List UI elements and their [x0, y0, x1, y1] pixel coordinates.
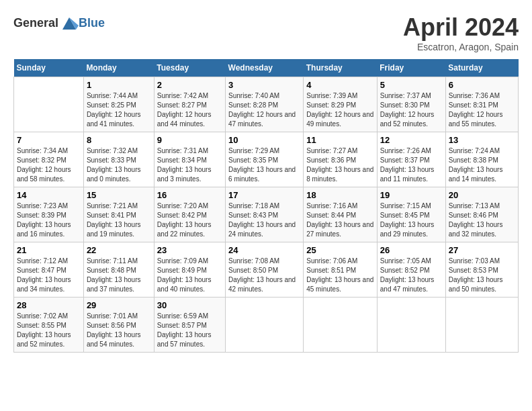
- daylight-text: Daylight: 13 hours and 19 minutes.: [87, 220, 151, 239]
- header-cell-thursday: Thursday: [304, 59, 378, 77]
- daylight-text: Daylight: 12 hours and 58 minutes.: [17, 165, 81, 184]
- calendar-cell: 17 Sunrise: 7:18 AM Sunset: 8:43 PM Dayl…: [226, 187, 304, 242]
- sunset-text: Sunset: 8:33 PM: [87, 156, 151, 165]
- sunrise-text: Sunrise: 7:34 AM: [17, 146, 81, 156]
- sunset-text: Sunset: 8:25 PM: [87, 101, 151, 110]
- header-cell-saturday: Saturday: [445, 59, 518, 77]
- sunset-text: Sunset: 8:36 PM: [306, 156, 374, 165]
- page-header: General Blue April 2024 Escatron, Aragon…: [13, 13, 519, 52]
- calendar-cell: 6 Sunrise: 7:36 AM Sunset: 8:31 PM Dayli…: [445, 77, 518, 132]
- header-cell-tuesday: Tuesday: [154, 59, 225, 77]
- day-number: 23: [157, 245, 222, 255]
- sunrise-text: Sunrise: 7:42 AM: [157, 91, 222, 101]
- sunrise-text: Sunrise: 7:05 AM: [380, 257, 443, 266]
- cell-info: Sunrise: 7:29 AM Sunset: 8:35 PM Dayligh…: [228, 146, 300, 184]
- day-number: 1: [87, 80, 151, 90]
- page-title: April 2024: [403, 13, 519, 42]
- daylight-text: Daylight: 13 hours and 50 minutes.: [449, 275, 515, 294]
- sunset-text: Sunset: 8:41 PM: [87, 211, 151, 220]
- cell-info: Sunrise: 7:21 AM Sunset: 8:41 PM Dayligh…: [87, 201, 151, 239]
- cell-info: Sunrise: 6:59 AM Sunset: 8:57 PM Dayligh…: [157, 312, 222, 349]
- sunset-text: Sunset: 8:55 PM: [17, 321, 81, 330]
- calendar-cell: 15 Sunrise: 7:21 AM Sunset: 8:41 PM Dayl…: [83, 187, 154, 242]
- calendar-cell: 25 Sunrise: 7:06 AM Sunset: 8:51 PM Dayl…: [304, 242, 378, 298]
- day-number: 10: [228, 135, 300, 145]
- sunrise-text: Sunrise: 6:59 AM: [157, 312, 222, 321]
- calendar-cell: [14, 77, 84, 132]
- daylight-text: Daylight: 12 hours and 52 minutes.: [380, 110, 443, 129]
- daylight-text: Daylight: 13 hours and 11 minutes.: [380, 165, 443, 184]
- week-row-4: 21 Sunrise: 7:12 AM Sunset: 8:47 PM Dayl…: [14, 242, 519, 298]
- sunset-text: Sunset: 8:37 PM: [380, 156, 443, 165]
- day-number: 4: [306, 80, 374, 90]
- sunset-text: Sunset: 8:31 PM: [449, 101, 515, 110]
- sunset-text: Sunset: 8:39 PM: [17, 211, 81, 220]
- daylight-text: Daylight: 13 hours and 29 minutes.: [380, 220, 443, 239]
- logo-blue: Blue: [79, 16, 105, 30]
- daylight-text: Daylight: 13 hours and 3 minutes.: [157, 165, 222, 184]
- sunset-text: Sunset: 8:50 PM: [228, 266, 300, 275]
- cell-info: Sunrise: 7:02 AM Sunset: 8:55 PM Dayligh…: [17, 312, 81, 349]
- cell-info: Sunrise: 7:26 AM Sunset: 8:37 PM Dayligh…: [380, 146, 443, 184]
- calendar-cell: 28 Sunrise: 7:02 AM Sunset: 8:55 PM Dayl…: [14, 298, 84, 353]
- cell-info: Sunrise: 7:11 AM Sunset: 8:48 PM Dayligh…: [87, 257, 151, 294]
- sunrise-text: Sunrise: 7:24 AM: [449, 146, 515, 156]
- calendar-cell: 3 Sunrise: 7:40 AM Sunset: 8:28 PM Dayli…: [226, 77, 304, 132]
- day-number: 13: [449, 135, 515, 145]
- cell-info: Sunrise: 7:40 AM Sunset: 8:28 PM Dayligh…: [228, 91, 300, 129]
- cell-info: Sunrise: 7:31 AM Sunset: 8:34 PM Dayligh…: [157, 146, 222, 184]
- calendar-cell: [445, 298, 518, 353]
- daylight-text: Daylight: 13 hours and 24 minutes.: [228, 220, 300, 239]
- daylight-text: Daylight: 13 hours and 37 minutes.: [87, 275, 151, 294]
- sunset-text: Sunset: 8:32 PM: [17, 156, 81, 165]
- daylight-text: Daylight: 13 hours and 34 minutes.: [17, 275, 81, 294]
- sunset-text: Sunset: 8:56 PM: [87, 321, 151, 330]
- sunset-text: Sunset: 8:46 PM: [449, 211, 515, 220]
- cell-info: Sunrise: 7:16 AM Sunset: 8:44 PM Dayligh…: [306, 201, 374, 239]
- day-number: 24: [228, 245, 300, 255]
- title-area: April 2024 Escatron, Aragon, Spain: [403, 13, 519, 52]
- page-subtitle: Escatron, Aragon, Spain: [403, 42, 519, 52]
- daylight-text: Daylight: 13 hours and 22 minutes.: [157, 220, 222, 239]
- daylight-text: Daylight: 12 hours and 44 minutes.: [157, 110, 222, 129]
- week-row-3: 14 Sunrise: 7:23 AM Sunset: 8:39 PM Dayl…: [14, 187, 519, 242]
- cell-info: Sunrise: 7:08 AM Sunset: 8:50 PM Dayligh…: [228, 257, 300, 294]
- cell-info: Sunrise: 7:05 AM Sunset: 8:52 PM Dayligh…: [380, 257, 443, 294]
- daylight-text: Daylight: 13 hours and 57 minutes.: [157, 330, 222, 349]
- calendar-cell: [304, 298, 378, 353]
- sunrise-text: Sunrise: 7:20 AM: [157, 201, 222, 211]
- sunset-text: Sunset: 8:34 PM: [157, 156, 222, 165]
- daylight-text: Daylight: 13 hours and 8 minutes.: [306, 165, 374, 184]
- sunset-text: Sunset: 8:51 PM: [306, 266, 374, 275]
- sunrise-text: Sunrise: 7:29 AM: [228, 146, 300, 156]
- cell-info: Sunrise: 7:23 AM Sunset: 8:39 PM Dayligh…: [17, 201, 81, 239]
- daylight-text: Daylight: 13 hours and 14 minutes.: [449, 165, 515, 184]
- sunset-text: Sunset: 8:57 PM: [157, 321, 222, 330]
- cell-info: Sunrise: 7:42 AM Sunset: 8:27 PM Dayligh…: [157, 91, 222, 129]
- calendar-cell: 21 Sunrise: 7:12 AM Sunset: 8:47 PM Dayl…: [14, 242, 84, 298]
- daylight-text: Daylight: 13 hours and 54 minutes.: [87, 330, 151, 349]
- cell-info: Sunrise: 7:39 AM Sunset: 8:29 PM Dayligh…: [306, 91, 374, 129]
- sunrise-text: Sunrise: 7:08 AM: [228, 257, 300, 266]
- day-number: 28: [17, 300, 81, 310]
- day-number: 5: [380, 80, 443, 90]
- week-row-2: 7 Sunrise: 7:34 AM Sunset: 8:32 PM Dayli…: [14, 132, 519, 187]
- day-number: 6: [449, 80, 515, 90]
- daylight-text: Daylight: 13 hours and 45 minutes.: [306, 275, 374, 294]
- calendar-cell: 12 Sunrise: 7:26 AM Sunset: 8:37 PM Dayl…: [377, 132, 445, 187]
- daylight-text: Daylight: 12 hours and 47 minutes.: [228, 110, 300, 129]
- calendar-cell: 24 Sunrise: 7:08 AM Sunset: 8:50 PM Dayl…: [226, 242, 304, 298]
- header-cell-monday: Monday: [83, 59, 154, 77]
- calendar-body: 1 Sunrise: 7:44 AM Sunset: 8:25 PM Dayli…: [14, 77, 519, 353]
- calendar-cell: 11 Sunrise: 7:27 AM Sunset: 8:36 PM Dayl…: [304, 132, 378, 187]
- cell-info: Sunrise: 7:34 AM Sunset: 8:32 PM Dayligh…: [17, 146, 81, 184]
- day-number: 17: [228, 190, 300, 200]
- calendar-cell: 16 Sunrise: 7:20 AM Sunset: 8:42 PM Dayl…: [154, 187, 225, 242]
- sunset-text: Sunset: 8:29 PM: [306, 101, 374, 110]
- day-number: 15: [87, 190, 151, 200]
- calendar-cell: 23 Sunrise: 7:09 AM Sunset: 8:49 PM Dayl…: [154, 242, 225, 298]
- cell-info: Sunrise: 7:36 AM Sunset: 8:31 PM Dayligh…: [449, 91, 515, 129]
- sunset-text: Sunset: 8:49 PM: [157, 266, 222, 275]
- calendar-cell: 30 Sunrise: 6:59 AM Sunset: 8:57 PM Dayl…: [154, 298, 225, 353]
- daylight-text: Daylight: 13 hours and 52 minutes.: [17, 330, 81, 349]
